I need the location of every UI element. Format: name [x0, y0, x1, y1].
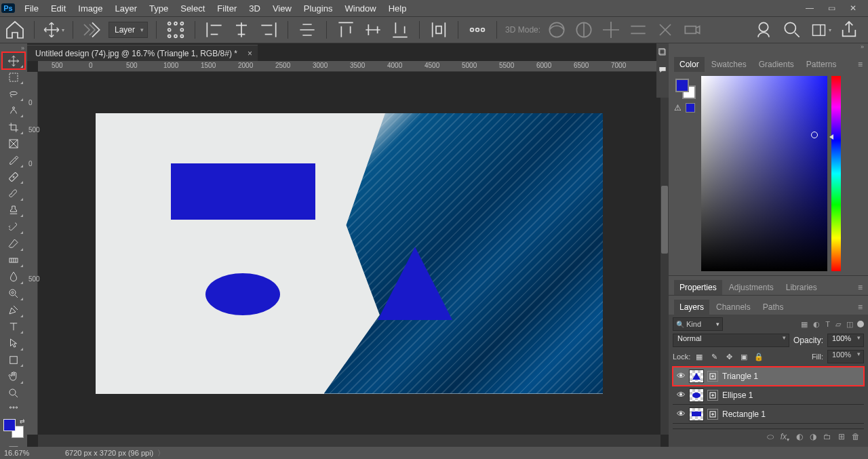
triangle-shape[interactable]	[378, 247, 452, 320]
close-tab-icon[interactable]: ×	[248, 49, 252, 58]
panel-menu-icon[interactable]: ≡	[852, 57, 868, 72]
align-hcenter-icon[interactable]	[231, 20, 252, 40]
lock-position-icon[interactable]: ✥	[724, 353, 734, 361]
lock-pixels-icon[interactable]: ✎	[709, 353, 719, 361]
foreground-background-colors[interactable]: ⇄	[3, 419, 24, 438]
search-icon[interactable]	[781, 20, 803, 40]
menu-help[interactable]: Help	[383, 1, 412, 16]
canvas-paper[interactable]	[96, 113, 603, 394]
maximize-button[interactable]: ▭	[822, 0, 841, 16]
document-info[interactable]: 6720 px x 3720 px (96 ppi)	[65, 449, 153, 457]
menu-select[interactable]: Select	[175, 1, 210, 16]
tab-channels[interactable]: Channels	[711, 300, 756, 315]
mask-icon[interactable]: ◐	[796, 432, 803, 443]
eyedropper-tool[interactable]	[2, 152, 25, 169]
layer-row-rectangle[interactable]: 👁 Rectangle 1	[673, 405, 864, 424]
filter-smart-icon[interactable]: ◫	[846, 320, 853, 329]
doc-info-flyout-icon[interactable]: 〉	[157, 448, 165, 458]
color-field[interactable]	[701, 76, 827, 271]
menu-3d[interactable]: 3D	[243, 1, 266, 16]
close-window-button[interactable]: ✕	[844, 0, 863, 16]
color-panel-swatches[interactable]	[675, 79, 696, 99]
tab-patterns[interactable]: Patterns	[801, 57, 842, 72]
lock-artboard-icon[interactable]: ▣	[739, 353, 749, 361]
blur-tool[interactable]	[2, 268, 25, 285]
ellipse-shape[interactable]	[205, 273, 280, 315]
history-brush-tool[interactable]	[2, 218, 25, 235]
tab-layers[interactable]: Layers	[674, 300, 709, 315]
link-layers-icon[interactable]: ⬭	[767, 432, 774, 443]
fg-swatch[interactable]	[675, 79, 689, 92]
type-tool[interactable]	[2, 319, 25, 336]
path-select-tool[interactable]	[2, 335, 25, 352]
zoom-level[interactable]: 16.67%	[4, 449, 52, 457]
toolbox-collapse-icon[interactable]: »	[0, 45, 27, 52]
menu-image[interactable]: Image	[73, 1, 108, 16]
menu-view[interactable]: View	[267, 1, 297, 16]
dodge-tool[interactable]	[2, 285, 25, 302]
tab-paths[interactable]: Paths	[757, 300, 789, 315]
canvas[interactable]	[38, 72, 660, 435]
vertical-scrollbar[interactable]	[660, 72, 669, 435]
layer-row-triangle[interactable]: 👁 Triangle 1	[673, 367, 864, 386]
rectangle-shape[interactable]	[171, 163, 315, 220]
opacity-input[interactable]: 100%	[827, 334, 864, 347]
lasso-tool[interactable]	[2, 85, 25, 102]
quick-select-tool[interactable]	[2, 102, 25, 119]
crop-tool[interactable]	[2, 119, 25, 136]
swap-colors-icon[interactable]: ⇄	[20, 418, 25, 424]
layer-name[interactable]: Rectangle 1	[722, 410, 766, 419]
visibility-toggle[interactable]: 👁	[673, 390, 689, 400]
share-icon[interactable]	[838, 20, 860, 40]
document-tab[interactable]: Untitled design (74).jpg @ 16.7% (Triang…	[27, 45, 258, 61]
comments-panel-icon[interactable]	[656, 61, 669, 79]
visibility-toggle[interactable]: 👁	[673, 371, 689, 381]
group-icon[interactable]: 🗀	[823, 432, 831, 443]
align-bottom-icon[interactable]	[389, 20, 411, 40]
transform-controls-checkbox[interactable]	[165, 20, 186, 40]
filter-adjust-icon[interactable]: ◐	[813, 320, 820, 329]
foreground-color-swatch[interactable]	[3, 419, 16, 431]
hue-slider[interactable]	[831, 76, 841, 271]
edit-toolbar-icon[interactable]	[2, 401, 25, 414]
filter-type-icon[interactable]: T	[825, 320, 830, 329]
brush-tool[interactable]	[2, 185, 25, 202]
tab-properties[interactable]: Properties	[674, 280, 722, 295]
panel-menu-icon[interactable]: ≡	[852, 300, 868, 315]
filter-shape-icon[interactable]: ▱	[835, 320, 841, 329]
eraser-tool[interactable]	[2, 235, 25, 252]
marquee-tool[interactable]	[2, 69, 25, 86]
align-more-icon[interactable]	[296, 20, 318, 40]
blend-mode-dropdown[interactable]: Normal	[673, 334, 789, 347]
healing-tool[interactable]	[2, 169, 25, 186]
gamut-warning-icon[interactable]: ⚠	[674, 103, 682, 113]
color-picker-cursor[interactable]	[811, 132, 818, 138]
gradient-tool[interactable]	[2, 252, 25, 269]
pen-tool[interactable]	[2, 302, 25, 319]
align-top-icon[interactable]	[335, 20, 357, 40]
visibility-toggle[interactable]: 👁	[673, 409, 689, 419]
tab-color[interactable]: Color	[674, 57, 705, 72]
stamp-tool[interactable]	[2, 202, 25, 219]
history-panel-icon[interactable]	[656, 43, 669, 61]
lock-transparency-icon[interactable]: ▦	[694, 353, 704, 361]
ruler-horizontal[interactable]: 500 0 500 1000 1500 2000 2500 3000 3500 …	[38, 61, 660, 72]
auto-select-checkbox[interactable]	[81, 20, 103, 40]
menu-window[interactable]: Window	[339, 1, 381, 16]
tab-libraries[interactable]: Libraries	[781, 280, 823, 295]
panel-collapse-icon[interactable]: »	[669, 43, 868, 53]
filter-pixel-icon[interactable]: ▦	[801, 320, 808, 329]
adjustment-icon[interactable]: ◑	[810, 432, 816, 443]
workspace-switcher-icon[interactable]: ▾	[810, 20, 831, 40]
shape-tool[interactable]	[2, 352, 25, 369]
horizontal-scrollbar[interactable]	[38, 435, 660, 447]
more-options-icon[interactable]	[467, 20, 488, 40]
lock-all-icon[interactable]: 🔒	[754, 353, 764, 361]
cloud-docs-icon[interactable]	[753, 20, 774, 40]
distribute-icon[interactable]	[428, 20, 450, 40]
menu-type[interactable]: Type	[144, 1, 174, 16]
new-layer-icon[interactable]: ⊞	[838, 432, 845, 443]
delete-layer-icon[interactable]: 🗑	[852, 432, 860, 443]
hand-tool[interactable]	[2, 368, 25, 385]
fx-icon[interactable]: fx▾	[781, 432, 789, 443]
